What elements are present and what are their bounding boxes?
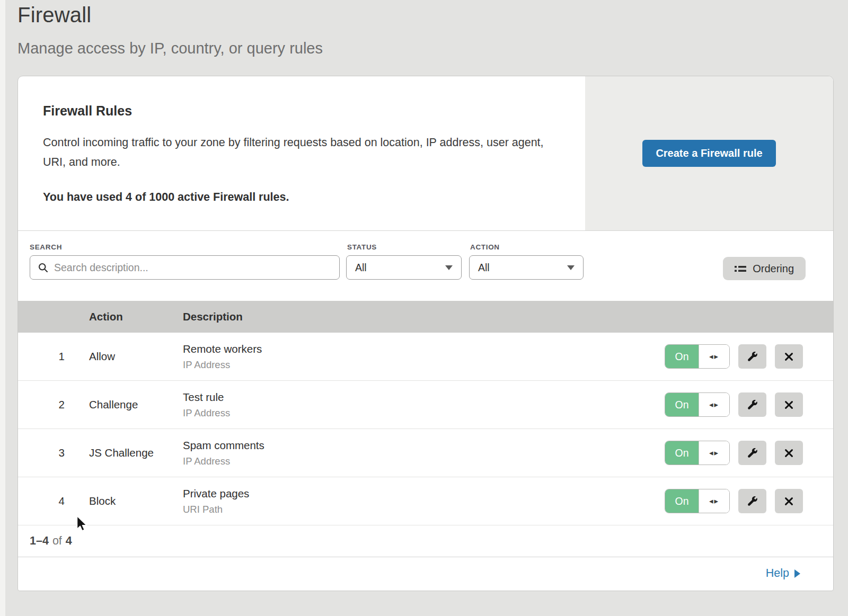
cursor-arrow	[75, 515, 90, 534]
wrench-icon	[746, 351, 758, 363]
search-box[interactable]	[30, 255, 340, 280]
rule-description-cell: Test rule IP Address	[183, 391, 665, 419]
action-select[interactable]: All	[469, 255, 584, 280]
status-filter-group: STATUS All	[340, 243, 462, 280]
chevron-down-icon	[445, 265, 453, 270]
rule-controls: On ◂▸	[665, 489, 833, 513]
edit-rule-button[interactable]	[738, 489, 766, 513]
toggle-on-state[interactable]: On	[665, 441, 699, 465]
action-column-header: Action	[89, 310, 183, 323]
ordering-button[interactable]: Ordering	[723, 257, 806, 280]
action-filter-group: ACTION All	[462, 243, 584, 280]
rule-description-cell: Private pages URI Path	[183, 487, 665, 515]
card-usage-count: You have used 4 of 1000 active Firewall …	[43, 191, 564, 204]
help-link-label: Help	[766, 567, 789, 580]
ordering-list-icon	[735, 264, 746, 273]
table-header: Action Description	[18, 301, 833, 333]
search-input[interactable]	[54, 262, 332, 274]
wrench-icon	[746, 447, 758, 459]
create-firewall-rule-button[interactable]: Create a Firewall rule	[642, 140, 775, 167]
rule-priority: 2	[18, 398, 89, 411]
search-label: SEARCH	[30, 243, 340, 251]
rule-match-type: IP Address	[183, 359, 665, 371]
rule-enable-toggle[interactable]: On ◂▸	[665, 392, 730, 417]
rule-description: Spam comments	[183, 439, 665, 452]
toggle-arrows-icon[interactable]: ◂▸	[699, 489, 729, 513]
window-edge	[0, 0, 5, 616]
rule-controls: On ◂▸	[665, 392, 833, 417]
rule-action: Allow	[89, 350, 183, 363]
rule-enable-toggle[interactable]: On ◂▸	[665, 489, 730, 513]
action-select-value: All	[478, 262, 490, 274]
edit-rule-button[interactable]	[738, 441, 766, 465]
delete-rule-button[interactable]	[775, 441, 803, 465]
edit-rule-button[interactable]	[738, 344, 766, 369]
toggle-arrows-icon[interactable]: ◂▸	[699, 393, 729, 416]
rule-action: JS Challenge	[89, 447, 183, 459]
table-row: 4 Block Private pages URI Path On ◂▸	[18, 477, 833, 525]
status-select-value: All	[355, 262, 367, 274]
rule-enable-toggle[interactable]: On ◂▸	[665, 441, 730, 465]
rule-description-cell: Spam comments IP Address	[183, 439, 665, 467]
delete-rule-button[interactable]	[775, 489, 803, 513]
wrench-icon	[746, 495, 758, 507]
help-arrow-icon	[794, 569, 800, 578]
delete-rule-button[interactable]	[775, 392, 803, 417]
pagination-bar: 1–4 of 4	[18, 525, 833, 557]
pagination-total: 4	[66, 534, 72, 548]
rule-description-cell: Remote workers IP Address	[183, 343, 665, 371]
rule-action: Block	[89, 495, 183, 507]
rule-controls: On ◂▸	[665, 441, 833, 465]
table-row: 2 Challenge Test rule IP Address On ◂▸	[18, 381, 833, 429]
page-title: Firewall	[17, 3, 323, 27]
rule-description: Private pages	[183, 487, 665, 500]
edit-rule-button[interactable]	[738, 392, 766, 417]
rule-controls: On ◂▸	[665, 344, 833, 369]
close-icon	[784, 496, 794, 506]
wrench-icon	[746, 399, 758, 411]
firewall-panel: Firewall Rules Control incoming traffic …	[17, 76, 834, 591]
rule-priority: 4	[18, 495, 89, 507]
search-icon	[38, 262, 49, 273]
search-filter-group: SEARCH	[30, 243, 340, 280]
card-description: Control incoming traffic to your zone by…	[43, 133, 544, 172]
action-label: ACTION	[470, 243, 584, 251]
firewall-rules-card-text: Firewall Rules Control incoming traffic …	[18, 76, 585, 230]
card-aside: Create a Firewall rule	[585, 76, 833, 230]
page-subtitle: Manage access by IP, country, or query r…	[17, 40, 323, 57]
rule-description: Remote workers	[183, 343, 665, 355]
toggle-on-state[interactable]: On	[665, 489, 699, 513]
status-select[interactable]: All	[346, 255, 462, 280]
chevron-down-icon	[567, 265, 575, 270]
toggle-on-state[interactable]: On	[665, 393, 699, 416]
firewall-rules-card: Firewall Rules Control incoming traffic …	[18, 76, 833, 231]
toggle-arrows-icon[interactable]: ◂▸	[699, 345, 729, 368]
toggle-on-state[interactable]: On	[665, 345, 699, 368]
table-row: 1 Allow Remote workers IP Address On ◂▸	[18, 333, 833, 381]
delete-rule-button[interactable]	[775, 344, 803, 369]
close-icon	[784, 400, 794, 410]
ordering-wrap: Ordering	[723, 243, 806, 280]
ordering-button-label: Ordering	[753, 263, 794, 275]
help-bar: Help	[18, 557, 833, 590]
card-heading: Firewall Rules	[43, 103, 564, 119]
status-label: STATUS	[347, 243, 462, 251]
help-link[interactable]: Help	[766, 567, 800, 580]
filters-bar: SEARCH STATUS All ACTION All	[18, 231, 833, 301]
rule-action: Challenge	[89, 398, 183, 411]
close-icon	[784, 352, 794, 362]
description-column-header: Description	[183, 310, 833, 323]
toggle-arrows-icon[interactable]: ◂▸	[699, 441, 729, 465]
table-row: 3 JS Challenge Spam comments IP Address …	[18, 429, 833, 477]
rule-priority: 3	[18, 447, 89, 459]
page-header: Firewall Manage access by IP, country, o…	[17, 3, 323, 57]
close-icon	[784, 448, 794, 458]
rule-priority: 1	[18, 350, 89, 363]
rule-match-type: IP Address	[183, 407, 665, 419]
rule-match-type: URI Path	[183, 504, 665, 515]
pagination-of: of	[52, 534, 62, 548]
rule-description: Test rule	[183, 391, 665, 404]
rule-enable-toggle[interactable]: On ◂▸	[665, 344, 730, 369]
pagination-range: 1–4	[30, 534, 49, 548]
rule-match-type: IP Address	[183, 456, 665, 467]
